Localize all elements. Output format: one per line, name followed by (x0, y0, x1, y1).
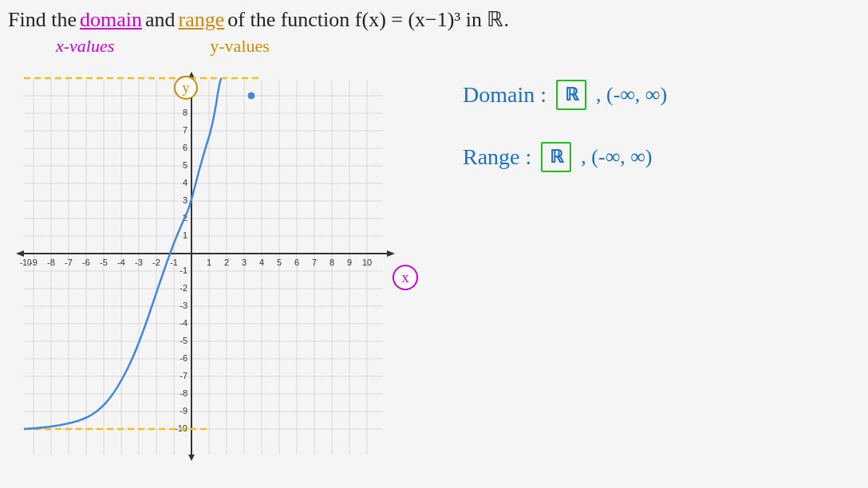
x-axis-label-circle: x (393, 265, 418, 290)
svg-text:9: 9 (347, 258, 352, 267)
svg-text:-10: -10 (20, 258, 32, 267)
svg-text:-7: -7 (65, 258, 73, 267)
svg-text:-3: -3 (180, 301, 187, 310)
svg-text:-6: -6 (180, 353, 187, 363)
title-area: Find the domain and range of the functio… (8, 6, 860, 57)
svg-text:2: 2 (224, 258, 229, 267)
svg-text:-2: -2 (180, 283, 187, 293)
of-text: of the function f(x) = (x−1)³ in ℝ. (227, 6, 509, 33)
svg-text:5: 5 (277, 258, 282, 267)
range-line: Range : ℝ , (-∞, ∞) (463, 142, 846, 172)
svg-text:-5: -5 (100, 258, 108, 267)
svg-point-88 (248, 92, 254, 99)
domain-line: Domain : ℝ , (-∞, ∞) (463, 80, 846, 110)
svg-text:-6: -6 (82, 258, 90, 267)
svg-text:-9: -9 (180, 406, 187, 415)
info-panel: Domain : ℝ , (-∞, ∞) Range : ℝ , (-∞, ∞) (463, 80, 846, 204)
subtitle-line: x-values y-values (56, 35, 860, 58)
and-text: and (145, 6, 176, 33)
svg-text:6: 6 (294, 258, 299, 267)
svg-text:1: 1 (183, 230, 187, 240)
svg-text:-4: -4 (117, 258, 125, 267)
svg-text:4: 4 (183, 178, 187, 187)
svg-marker-45 (188, 455, 195, 461)
main-container: Find the domain and range of the functio… (0, 0, 868, 488)
range-word: range (179, 6, 225, 33)
svg-marker-41 (387, 250, 395, 257)
svg-marker-42 (16, 250, 24, 257)
x-values-label: x-values (56, 35, 114, 58)
domain-interval: , (-∞, ∞) (596, 83, 667, 107)
domain-word: domain (80, 6, 142, 33)
svg-text:3: 3 (242, 258, 247, 267)
svg-text:1: 1 (207, 258, 211, 267)
graph-svg: -1 -2 -3 -4 -5 -6 -7 -8 -9 1 2 3 4 5 6 7… (16, 72, 415, 462)
svg-text:6: 6 (183, 143, 187, 152)
graph-area: y x (16, 72, 431, 470)
domain-label: Domain : (463, 82, 546, 108)
svg-text:-4: -4 (180, 318, 187, 328)
range-interval: , (-∞, ∞) (581, 145, 652, 169)
y-axis-label-circle: y (174, 76, 198, 100)
svg-text:-2: -2 (152, 258, 160, 267)
title-line: Find the domain and range of the functio… (8, 6, 860, 33)
svg-text:4: 4 (259, 258, 264, 267)
range-label: Range : (463, 144, 531, 170)
svg-text:8: 8 (183, 108, 187, 117)
domain-boxed-r: ℝ (556, 80, 586, 110)
svg-text:-8: -8 (180, 388, 187, 398)
svg-text:-1: -1 (180, 266, 187, 275)
svg-text:-5: -5 (180, 336, 187, 345)
svg-text:10: 10 (362, 258, 372, 267)
svg-text:8: 8 (329, 258, 334, 267)
svg-text:7: 7 (312, 258, 317, 267)
find-the-text: Find the (8, 6, 77, 33)
svg-text:7: 7 (183, 125, 187, 135)
svg-text:5: 5 (183, 160, 187, 170)
svg-text:-7: -7 (180, 371, 187, 380)
y-values-label: y-values (210, 35, 270, 58)
range-boxed-r: ℝ (541, 142, 571, 172)
svg-text:-1: -1 (170, 258, 178, 267)
svg-text:3: 3 (183, 195, 187, 205)
svg-text:-8: -8 (47, 258, 55, 267)
svg-text:-3: -3 (135, 258, 143, 267)
